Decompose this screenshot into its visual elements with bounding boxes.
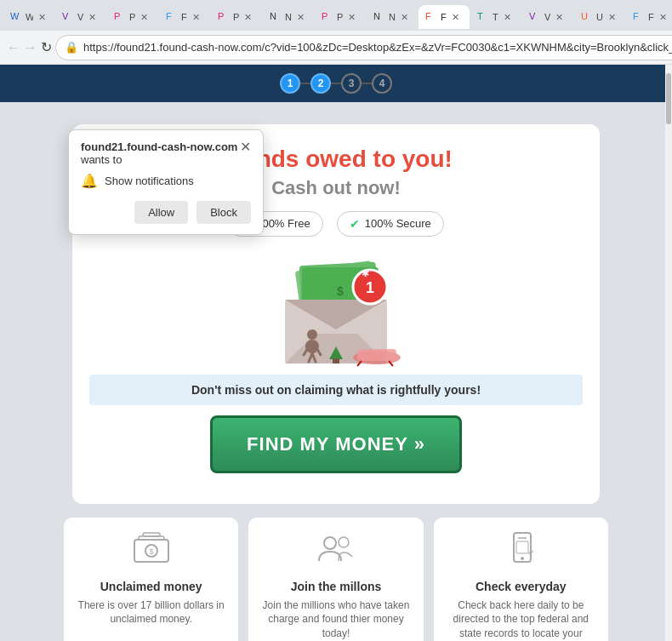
phone-icon — [499, 531, 542, 565]
tab-11[interactable]: U U ✕ — [574, 5, 625, 29]
check-icon-secure: ✔ — [350, 217, 360, 231]
site-header: 1 2 3 4 — [0, 65, 672, 102]
svg-rect-22 — [143, 533, 160, 536]
scrollbar-track — [665, 65, 672, 641]
browser-window: W W ✕ V V ✕ P P ✕ F F ✕ P P ✕ N N ✕ — [0, 0, 672, 641]
forward-button[interactable]: → — [24, 35, 37, 60]
popup-show-text: Show notifications — [105, 175, 194, 187]
tab-favicon-12: F — [633, 11, 645, 23]
tab-close-4[interactable]: ✕ — [191, 11, 202, 24]
bottom-card-join: Join the millons Join the millions who h… — [248, 518, 423, 641]
lock-icon: 🔒 — [65, 41, 78, 54]
tab-label-4: F — [181, 12, 187, 22]
tab-favicon-7: P — [322, 11, 333, 23]
tab-close-1[interactable]: ✕ — [37, 11, 48, 24]
secure-badge-label: 100% Secure — [365, 217, 431, 230]
svg-point-28 — [521, 557, 524, 560]
block-button[interactable]: Block — [196, 201, 251, 224]
page-content: 1 2 3 4 founds owed to you! Cash out now… — [0, 65, 672, 641]
step-4: 4 — [372, 73, 392, 94]
tab-8[interactable]: N N ✕ — [367, 5, 418, 29]
check-title: Check everyday — [444, 580, 598, 593]
tab-favicon-active: F — [425, 11, 437, 23]
tab-close-7[interactable]: ✕ — [346, 11, 357, 24]
tab-3[interactable]: P P ✕ — [107, 5, 158, 29]
money-icon: $ — [130, 531, 173, 565]
svg-point-25 — [324, 537, 336, 549]
popup-wants-text: wants to — [81, 153, 237, 166]
tab-favicon-9: T — [477, 11, 489, 23]
tab-close-active[interactable]: ✕ — [450, 11, 461, 24]
tab-label-10: V — [544, 12, 550, 22]
cta-banner: Don't miss out on claiming what is right… — [89, 375, 583, 405]
tab-label-6: N — [285, 12, 292, 22]
allow-button[interactable]: Allow — [134, 201, 188, 224]
tab-close-11[interactable]: ✕ — [607, 11, 618, 24]
back-button[interactable]: ← — [7, 35, 20, 60]
check-icon — [444, 531, 598, 573]
popup-header: found21.found-cash-now.com wants to ✕ — [81, 140, 251, 166]
tab-close-5[interactable]: ✕ — [242, 11, 253, 24]
scrollbar-thumb[interactable] — [666, 73, 671, 124]
step-connector-3 — [362, 83, 372, 84]
tab-5[interactable]: P P ✕ — [211, 5, 262, 29]
tab-favicon-8: N — [373, 11, 385, 23]
tab-close-3[interactable]: ✕ — [139, 11, 150, 24]
find-my-money-button[interactable]: FIND MY MONEY » — [210, 415, 462, 473]
svg-rect-19 — [333, 358, 339, 363]
title-text: unds owed to you! — [242, 146, 453, 172]
tab-label-11: U — [596, 12, 603, 22]
tab-label-8: N — [389, 12, 396, 22]
tab-active[interactable]: F F ✕ — [419, 5, 470, 29]
tab-favicon-5: P — [218, 11, 230, 23]
tab-close-8[interactable]: ✕ — [399, 11, 410, 24]
tab-6[interactable]: N N ✕ — [263, 5, 314, 29]
tab-close-2[interactable]: ✕ — [87, 11, 98, 24]
svg-point-26 — [339, 537, 349, 547]
secure-badge: ✔ 100% Secure — [337, 211, 444, 237]
notification-popup: found21.found-cash-now.com wants to ✕ 🔔 … — [68, 129, 264, 235]
tab-1[interactable]: W W ✕ — [3, 5, 54, 29]
popup-notification-row: 🔔 Show notifications — [81, 173, 251, 189]
nav-bar: ← → ↻ 🔒 https://found21.found-cash-now.c… — [0, 31, 672, 65]
address-bar[interactable]: 🔒 https://found21.found-cash-now.com/c?v… — [55, 35, 672, 60]
illustration: $ 1 ✱ — [251, 249, 421, 368]
tab-bar: W W ✕ V V ✕ P P ✕ F F ✕ P P ✕ N N ✕ — [0, 0, 672, 31]
tab-label-1: W — [26, 12, 33, 22]
bottom-card-check: Check everyday Check back here daily to … — [434, 518, 608, 641]
free-badge-label: 100% Free — [256, 217, 310, 230]
unclaimed-title: Unclaimed money — [74, 580, 228, 593]
tab-4[interactable]: F F ✕ — [159, 5, 210, 29]
tab-9[interactable]: T T ✕ — [470, 5, 521, 29]
unclaimed-text: There is over 17 billion dollars in uncl… — [74, 598, 228, 627]
unclaimed-icon: $ — [74, 531, 228, 573]
bell-icon: 🔔 — [81, 173, 98, 189]
step-connector-2 — [331, 83, 341, 84]
step-indicator: 1 2 3 4 — [280, 73, 392, 94]
tab-label-12: F — [648, 12, 654, 22]
tab-2[interactable]: V V ✕ — [55, 5, 106, 29]
tab-close-10[interactable]: ✕ — [554, 11, 565, 24]
tab-close-12[interactable]: ✕ — [658, 11, 669, 24]
join-text: Join the millions who have taken charge … — [259, 598, 413, 641]
bottom-card-unclaimed: $ Unclaimed money There is over 17 billi… — [64, 518, 238, 641]
tab-label-5: P — [233, 12, 239, 22]
tab-label-2: V — [77, 12, 83, 22]
popup-close-button[interactable]: ✕ — [240, 140, 251, 154]
join-icon — [259, 531, 413, 573]
tab-7[interactable]: P P ✕ — [315, 5, 366, 29]
tab-close-6[interactable]: ✕ — [295, 11, 306, 24]
address-text: https://found21.found-cash-now.com/c?vid… — [83, 41, 672, 54]
hero-illustration: $ 1 ✱ — [251, 249, 421, 368]
refresh-button[interactable]: ↻ — [41, 35, 52, 60]
tab-favicon-4: F — [166, 11, 178, 23]
tab-close-9[interactable]: ✕ — [502, 11, 513, 24]
tab-label-3: P — [129, 12, 135, 22]
tab-10[interactable]: V V ✕ — [522, 5, 573, 29]
svg-text:$: $ — [337, 284, 344, 298]
svg-point-9 — [307, 329, 317, 340]
svg-text:✱: ✱ — [362, 268, 369, 278]
tab-12[interactable]: F F ✕ — [626, 5, 672, 29]
join-title: Join the millons — [259, 580, 413, 593]
bottom-cards-row: $ Unclaimed money There is over 17 billi… — [55, 518, 617, 641]
